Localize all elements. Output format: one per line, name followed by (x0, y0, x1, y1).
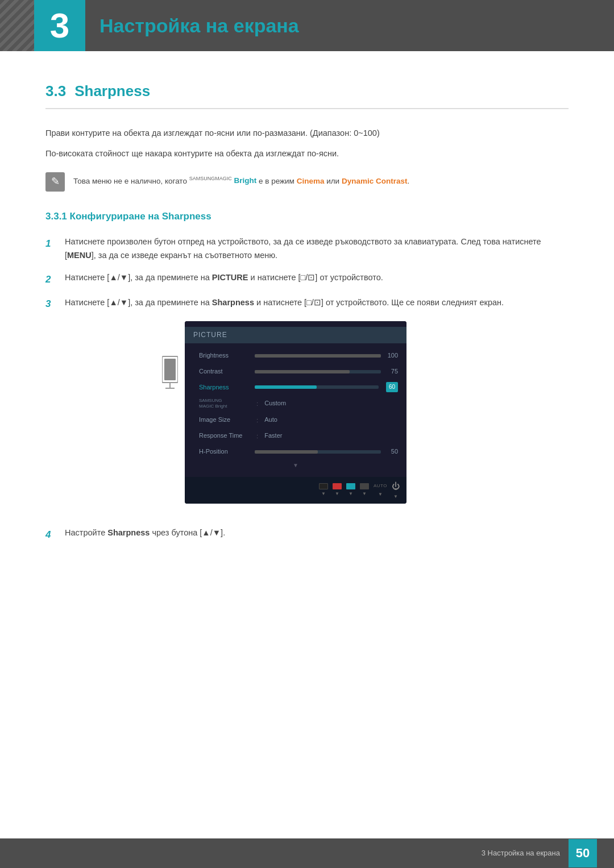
description-1: Прави контурите на обекта да изглеждат п… (45, 126, 569, 140)
menu-btn-icon (360, 483, 369, 489)
note-icon: ✎ (45, 172, 65, 192)
step-2-number: 2 (45, 272, 58, 287)
monitor-container: PICTURE Brightness (65, 321, 504, 504)
chapter-title: Настройка на екрана (99, 10, 299, 41)
step-2: 2 Натиснете [▲/▼], за да преминете на PI… (45, 271, 569, 287)
footer-text: 3 Настройка на екрана (482, 848, 560, 859)
menu-bold: MENU (67, 251, 92, 260)
h-position-value: 50 (385, 447, 398, 457)
picture-menu-header: PICTURE (185, 327, 406, 343)
note-text: Това меню не е налично, когато SAMSUNGMA… (73, 172, 409, 187)
subsection-heading: 3.3.1 Конфигуриране на Sharpness (45, 209, 569, 224)
power-sub: ▼ (393, 493, 398, 501)
brightness-value: 100 (385, 351, 398, 361)
back-btn-label: ▼ (321, 491, 326, 498)
dynamic-contrast-label: Dynamic Contrast (342, 176, 408, 185)
h-position-bar (255, 450, 381, 454)
menu-item-sharpness: Sharpness 60 (185, 379, 406, 395)
monitor-controls: ▼ ▼ (185, 477, 406, 504)
step-1-content: Натиснете произволен бутон отпред на уст… (65, 235, 569, 263)
step-4: 4 Настройте Sharpness чрез бутона [▲/▼]. (45, 526, 569, 542)
magic-bright-colon: : (256, 398, 258, 409)
subsection-title: Конфигуриране на Sharpness (70, 211, 211, 222)
note-main-text: Това меню не е налично, когато (73, 176, 187, 185)
menu-item-image-size: Image Size : Auto (185, 412, 406, 428)
contrast-track (255, 370, 381, 373)
magic-bright-label: SAMSUNG MAGIC Bright (199, 398, 250, 409)
menu-item-magic-bright: SAMSUNG MAGIC Bright : Custom (185, 395, 406, 412)
plus-btn-icon (346, 483, 355, 489)
auto-sub: ▼ (378, 491, 383, 499)
control-buttons: ▼ ▼ (319, 480, 400, 501)
plus-btn-label: ▼ (349, 491, 353, 498)
monitor-frame: PICTURE Brightness (185, 321, 406, 504)
note-box: ✎ Това меню не е налично, когато SAMSUNG… (45, 172, 569, 192)
minus-btn-label: ▼ (335, 491, 339, 498)
step-4-number: 4 (45, 527, 58, 542)
bright-label: Bright (234, 176, 256, 185)
response-time-label: Response Time (199, 431, 250, 441)
menu-item-response-time: Response Time : Faster (185, 428, 406, 444)
h-position-fill (255, 450, 318, 454)
note-suffix: е в режим (259, 176, 297, 185)
description-2: По-високата стойност ще накара контурите… (45, 147, 569, 161)
response-time-colon: : (256, 431, 258, 441)
sharpness-bold-4: Sharpness (107, 528, 150, 537)
image-size-colon: : (256, 415, 258, 425)
section-number: 3.3 (45, 82, 66, 99)
monitor-stand-icon (162, 321, 178, 393)
cinema-label: Cinema (297, 176, 325, 185)
footer-page-number: 50 (569, 839, 597, 867)
brightness-bar (255, 354, 381, 358)
section-heading: 3.3Sharpness (45, 80, 569, 109)
power-icon: ⏻ (392, 480, 400, 492)
step-1-number: 1 (45, 236, 58, 251)
note-or: или (324, 176, 342, 185)
sharpness-bar (255, 385, 379, 389)
more-indicator: ▼ (185, 460, 406, 471)
samsung-magic-label: SAMSUNGMAGIC Bright (189, 176, 257, 185)
chapter-title-area: Настройка на екрана (85, 0, 299, 51)
h-position-label: H-Position (199, 447, 250, 457)
svg-rect-1 (164, 359, 176, 380)
brightness-fill (255, 354, 381, 358)
menu-item-h-position: H-Position 50 (185, 444, 406, 460)
contrast-fill (255, 370, 350, 373)
page-footer: 3 Настройка на екрана 50 (0, 838, 614, 868)
main-content: 3.3Sharpness Прави контурите на обекта д… (0, 51, 614, 596)
sharpness-badge: 60 (386, 382, 398, 392)
brightness-track (255, 354, 381, 358)
brightness-label: Brightness (199, 351, 250, 361)
sharpness-fill (255, 385, 317, 389)
magic-bright-value: Custom (264, 398, 286, 409)
auto-label: AUTO (374, 483, 387, 490)
sharpness-menu-label: Sharpness (199, 383, 250, 393)
section-title: Sharpness (74, 82, 150, 99)
header-stripe (0, 0, 34, 51)
step-3: 3 Натиснете [▲/▼], за да преминете на Sh… (45, 296, 569, 518)
step-1: 1 Натиснете произволен бутон отпред на у… (45, 235, 569, 263)
step-4-content: Настройте Sharpness чрез бутона [▲/▼]. (65, 526, 225, 540)
image-size-label: Image Size (199, 415, 250, 425)
steps-list: 1 Натиснете произволен бутон отпред на у… (45, 235, 569, 542)
chapter-number: 3 (34, 0, 85, 51)
step-3-content: Натиснете [▲/▼], за да преминете на Shar… (65, 298, 504, 307)
menu-btn-label: ▼ (362, 491, 367, 498)
minus-btn-icon (333, 483, 342, 489)
step-3-number: 3 (45, 296, 58, 312)
image-size-value: Auto (264, 415, 277, 425)
subsection-number: 3.3.1 (45, 211, 67, 222)
contrast-label: Contrast (199, 367, 250, 377)
step-2-content: Натиснете [▲/▼], за да преминете на PICT… (65, 271, 383, 285)
back-btn-icon (319, 483, 328, 489)
sharpness-bold-3: Sharpness (212, 298, 254, 307)
menu-item-brightness: Brightness 100 (185, 348, 406, 364)
contrast-value: 75 (385, 367, 398, 377)
chapter-header: 3 Настройка на екрана (0, 0, 614, 51)
h-position-track (255, 450, 381, 454)
picture-menu: PICTURE Brightness (185, 321, 406, 477)
response-time-value: Faster (264, 431, 282, 441)
contrast-bar (255, 370, 381, 373)
picture-bold: PICTURE (212, 273, 248, 282)
menu-item-contrast: Contrast 75 (185, 364, 406, 380)
